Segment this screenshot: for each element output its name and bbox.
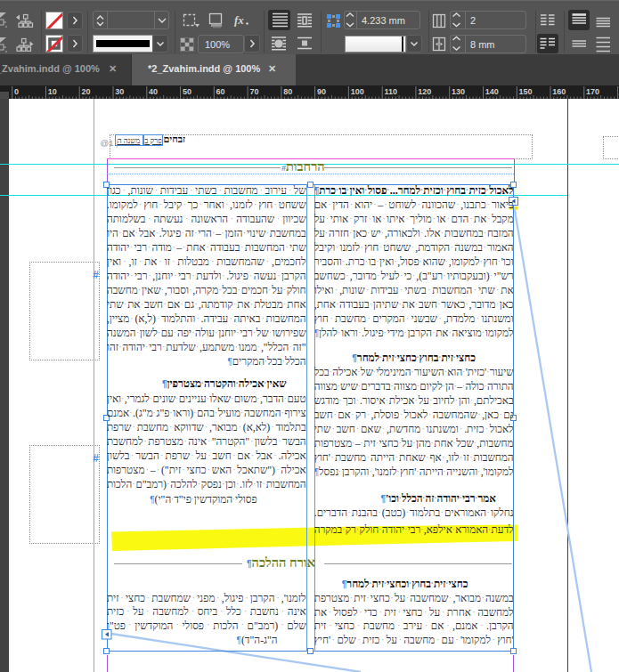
svg-text:130: 130 bbox=[452, 87, 465, 96]
svg-text:0: 0 bbox=[14, 87, 19, 96]
svg-text:40: 40 bbox=[149, 87, 158, 96]
svg-text:50: 50 bbox=[183, 87, 191, 96]
svg-text:90: 90 bbox=[317, 87, 326, 96]
svg-text:10: 10 bbox=[48, 87, 57, 96]
svg-text:100: 100 bbox=[351, 87, 364, 96]
svg-text:170: 170 bbox=[586, 87, 599, 96]
svg-text:110: 110 bbox=[385, 87, 398, 96]
svg-text:60: 60 bbox=[216, 87, 225, 96]
svg-text:70: 70 bbox=[249, 87, 258, 96]
svg-text:80: 80 bbox=[283, 87, 292, 96]
svg-text:20: 20 bbox=[82, 87, 91, 96]
svg-text:30: 30 bbox=[115, 87, 124, 96]
svg-text:140: 140 bbox=[485, 87, 499, 96]
svg-text:120: 120 bbox=[418, 87, 431, 96]
svg-text:fx: fx bbox=[234, 13, 244, 27]
svg-text:160: 160 bbox=[552, 87, 566, 96]
svg-text:150: 150 bbox=[519, 87, 533, 96]
